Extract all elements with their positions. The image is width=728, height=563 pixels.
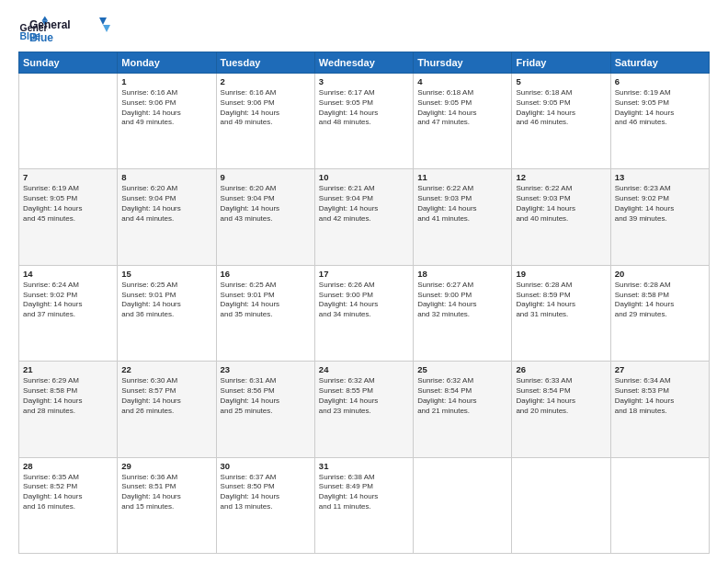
cell-content: Sunrise: 6:16 AM Sunset: 9:06 PM Dayligh… [221, 88, 311, 128]
day-number: 3 [319, 76, 409, 86]
calendar-cell: 3Sunrise: 6:17 AM Sunset: 9:05 PM Daylig… [314, 74, 413, 169]
calendar-cell [19, 74, 118, 169]
cell-content: Sunrise: 6:37 AM Sunset: 8:50 PM Dayligh… [221, 473, 311, 512]
cell-content: Sunrise: 6:31 AM Sunset: 8:56 PM Dayligh… [221, 376, 311, 416]
svg-marker-6 [99, 17, 107, 25]
svg-text:General: General [29, 18, 71, 31]
calendar-cell: 22Sunrise: 6:30 AM Sunset: 8:57 PM Dayli… [118, 362, 216, 457]
day-number: 30 [221, 461, 311, 471]
calendar-cell [610, 457, 709, 553]
cell-content: Sunrise: 6:20 AM Sunset: 9:04 PM Dayligh… [221, 184, 311, 224]
calendar-cell: 4Sunrise: 6:18 AM Sunset: 9:05 PM Daylig… [414, 74, 512, 169]
calendar-cell: 23Sunrise: 6:31 AM Sunset: 8:56 PM Dayli… [216, 362, 314, 457]
cell-content: Sunrise: 6:16 AM Sunset: 9:06 PM Dayligh… [121, 88, 211, 128]
day-number: 26 [516, 364, 606, 374]
day-header-saturday: Saturday [610, 52, 709, 74]
day-number: 7 [23, 172, 113, 182]
calendar-cell: 18Sunrise: 6:27 AM Sunset: 9:00 PM Dayli… [414, 265, 512, 361]
day-number: 20 [615, 269, 705, 279]
day-number: 17 [319, 269, 409, 279]
day-header-sunday: Sunday [19, 52, 118, 74]
calendar-cell: 12Sunrise: 6:22 AM Sunset: 9:03 PM Dayli… [512, 169, 610, 265]
day-number: 21 [23, 364, 113, 374]
cell-content: Sunrise: 6:19 AM Sunset: 9:05 PM Dayligh… [23, 184, 113, 224]
day-number: 27 [615, 364, 705, 374]
cell-content: Sunrise: 6:25 AM Sunset: 9:01 PM Dayligh… [121, 281, 211, 320]
day-number: 28 [23, 461, 113, 471]
cell-content: Sunrise: 6:21 AM Sunset: 9:04 PM Dayligh… [319, 184, 409, 224]
cell-content: Sunrise: 6:32 AM Sunset: 8:55 PM Dayligh… [319, 376, 409, 416]
day-number: 12 [516, 172, 606, 182]
header: General Blue General Blue [18, 15, 710, 44]
calendar-cell: 20Sunrise: 6:28 AM Sunset: 8:58 PM Dayli… [610, 265, 709, 361]
day-number: 16 [221, 269, 311, 279]
calendar-cell: 9Sunrise: 6:20 AM Sunset: 9:04 PM Daylig… [216, 169, 314, 265]
calendar-cell: 11Sunrise: 6:22 AM Sunset: 9:03 PM Dayli… [414, 169, 512, 265]
calendar-cell: 13Sunrise: 6:23 AM Sunset: 9:02 PM Dayli… [610, 169, 709, 265]
day-number: 29 [121, 461, 211, 471]
calendar-cell: 15Sunrise: 6:25 AM Sunset: 9:01 PM Dayli… [118, 265, 216, 361]
week-row-2: 7Sunrise: 6:19 AM Sunset: 9:05 PM Daylig… [19, 169, 710, 265]
week-row-5: 28Sunrise: 6:35 AM Sunset: 8:52 PM Dayli… [19, 457, 710, 553]
cell-content: Sunrise: 6:24 AM Sunset: 9:02 PM Dayligh… [23, 281, 113, 320]
cell-content: Sunrise: 6:22 AM Sunset: 9:03 PM Dayligh… [417, 184, 507, 224]
day-number: 10 [319, 172, 409, 182]
calendar-cell: 1Sunrise: 6:16 AM Sunset: 9:06 PM Daylig… [118, 74, 216, 169]
day-number: 9 [221, 172, 311, 182]
header-row: SundayMondayTuesdayWednesdayThursdayFrid… [19, 52, 710, 74]
day-number: 8 [121, 172, 211, 182]
calendar-cell: 29Sunrise: 6:36 AM Sunset: 8:51 PM Dayli… [118, 457, 216, 553]
calendar-cell: 10Sunrise: 6:21 AM Sunset: 9:04 PM Dayli… [314, 169, 413, 265]
day-number: 6 [615, 76, 705, 86]
calendar-cell: 27Sunrise: 6:34 AM Sunset: 8:53 PM Dayli… [610, 362, 709, 457]
cell-content: Sunrise: 6:30 AM Sunset: 8:57 PM Dayligh… [121, 376, 211, 416]
cell-content: Sunrise: 6:33 AM Sunset: 8:54 PM Dayligh… [516, 376, 606, 416]
calendar-cell [512, 457, 610, 553]
cell-content: Sunrise: 6:28 AM Sunset: 8:58 PM Dayligh… [615, 281, 705, 320]
cell-content: Sunrise: 6:36 AM Sunset: 8:51 PM Dayligh… [121, 473, 211, 512]
cell-content: Sunrise: 6:29 AM Sunset: 8:58 PM Dayligh… [23, 376, 113, 416]
day-number: 5 [516, 76, 606, 86]
cell-content: Sunrise: 6:34 AM Sunset: 8:53 PM Dayligh… [615, 376, 705, 416]
day-number: 25 [417, 364, 507, 374]
cell-content: Sunrise: 6:20 AM Sunset: 9:04 PM Dayligh… [121, 184, 211, 224]
calendar-cell: 8Sunrise: 6:20 AM Sunset: 9:04 PM Daylig… [118, 169, 216, 265]
cell-content: Sunrise: 6:25 AM Sunset: 9:01 PM Dayligh… [221, 281, 311, 320]
day-number: 19 [516, 269, 606, 279]
calendar-cell: 5Sunrise: 6:18 AM Sunset: 9:05 PM Daylig… [512, 74, 610, 169]
calendar-cell: 16Sunrise: 6:25 AM Sunset: 9:01 PM Dayli… [216, 265, 314, 361]
cell-content: Sunrise: 6:18 AM Sunset: 9:05 PM Dayligh… [417, 88, 507, 128]
cell-content: Sunrise: 6:35 AM Sunset: 8:52 PM Dayligh… [23, 473, 113, 512]
svg-marker-7 [103, 25, 110, 32]
svg-text:Blue: Blue [29, 31, 53, 43]
calendar-cell: 28Sunrise: 6:35 AM Sunset: 8:52 PM Dayli… [19, 457, 118, 553]
day-number: 11 [417, 172, 507, 182]
week-row-3: 14Sunrise: 6:24 AM Sunset: 9:02 PM Dayli… [19, 265, 710, 361]
day-number: 22 [121, 364, 211, 374]
day-number: 13 [615, 172, 705, 182]
cell-content: Sunrise: 6:19 AM Sunset: 9:05 PM Dayligh… [615, 88, 705, 128]
day-number: 23 [221, 364, 311, 374]
week-row-1: 1Sunrise: 6:16 AM Sunset: 9:06 PM Daylig… [19, 74, 710, 169]
calendar-cell [414, 457, 512, 553]
calendar-cell: 2Sunrise: 6:16 AM Sunset: 9:06 PM Daylig… [216, 74, 314, 169]
day-number: 1 [121, 76, 211, 86]
cell-content: Sunrise: 6:38 AM Sunset: 8:49 PM Dayligh… [319, 473, 409, 512]
day-number: 31 [319, 461, 409, 471]
logo: General Blue General Blue [18, 15, 112, 44]
cell-content: Sunrise: 6:28 AM Sunset: 8:59 PM Dayligh… [516, 281, 606, 320]
cell-content: Sunrise: 6:26 AM Sunset: 9:00 PM Dayligh… [319, 281, 409, 320]
week-row-4: 21Sunrise: 6:29 AM Sunset: 8:58 PM Dayli… [19, 362, 710, 457]
day-header-monday: Monday [118, 52, 216, 74]
calendar-cell: 17Sunrise: 6:26 AM Sunset: 9:00 PM Dayli… [314, 265, 413, 361]
day-number: 14 [23, 269, 113, 279]
cell-content: Sunrise: 6:17 AM Sunset: 9:05 PM Dayligh… [319, 88, 409, 128]
day-number: 2 [221, 76, 311, 86]
cell-content: Sunrise: 6:22 AM Sunset: 9:03 PM Dayligh… [516, 184, 606, 224]
day-header-friday: Friday [512, 52, 610, 74]
day-header-wednesday: Wednesday [314, 52, 413, 74]
day-number: 24 [319, 364, 409, 374]
day-number: 18 [417, 269, 507, 279]
cell-content: Sunrise: 6:32 AM Sunset: 8:54 PM Dayligh… [417, 376, 507, 416]
page: General Blue General Blue SundayMondayT [0, 0, 728, 563]
